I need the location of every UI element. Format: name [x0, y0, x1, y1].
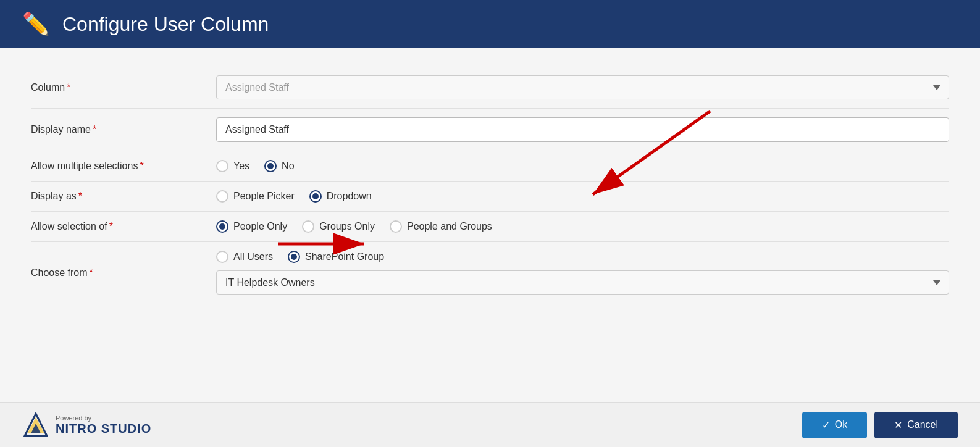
ok-label: Ok	[835, 419, 847, 430]
display-name-row: Display name*	[31, 109, 949, 151]
allow-selection-label: Allow selection of*	[31, 221, 204, 232]
choose-from-label: Choose from*	[31, 267, 204, 278]
column-select-wrapper: Assigned Staff	[216, 75, 949, 99]
nitro-logo: Powered by NITRO STUDIO	[22, 411, 151, 438]
choose-from-row: Choose from* All Users SharePoint Group …	[31, 242, 949, 303]
allow-selection-control: People Only Groups Only People and Group…	[216, 220, 949, 233]
required-star: *	[67, 82, 70, 93]
required-star-5: *	[109, 221, 113, 232]
display-as-dropdown[interactable]: Dropdown	[309, 190, 372, 203]
choose-from-select-wrapper: IT Helpdesk Owners	[216, 270, 949, 295]
choose-from-all-users[interactable]: All Users	[216, 251, 273, 263]
cancel-label: Cancel	[907, 419, 938, 430]
allow-multiple-label: Allow multiple selections*	[31, 161, 204, 172]
allow-multiple-yes[interactable]: Yes	[216, 160, 249, 172]
column-select[interactable]: Assigned Staff	[216, 75, 949, 99]
cancel-button[interactable]: ✕ Cancel	[874, 412, 958, 438]
display-as-people-picker[interactable]: People Picker	[216, 190, 295, 203]
groups-only-radio[interactable]	[302, 220, 314, 233]
brand-name: NITRO STUDIO	[56, 422, 151, 435]
display-as-label: Display as*	[31, 191, 204, 202]
ok-checkmark-icon: ✓	[822, 419, 830, 431]
choose-from-sharepoint-group[interactable]: SharePoint Group	[288, 251, 384, 263]
required-star-2: *	[93, 124, 96, 135]
column-row: Column* Assigned Staff	[31, 67, 949, 108]
column-label: Column*	[31, 82, 204, 93]
all-users-radio[interactable]	[216, 251, 228, 263]
dialog-header: ✏️ Configure User Column	[0, 0, 980, 48]
dropdown-radio[interactable]	[309, 190, 322, 203]
display-name-input[interactable]	[216, 117, 949, 142]
sharepoint-group-radio[interactable]	[288, 251, 300, 263]
allow-multiple-no[interactable]: No	[264, 160, 294, 172]
display-as-radio-group: People Picker Dropdown	[216, 190, 949, 203]
allow-multiple-control: Yes No	[216, 160, 949, 172]
allow-selection-radio-group: People Only Groups Only People and Group…	[216, 220, 949, 233]
display-name-control	[216, 117, 949, 142]
nitro-logo-text: Powered by NITRO STUDIO	[56, 414, 151, 435]
column-control: Assigned Staff	[216, 75, 949, 99]
selection-people-only[interactable]: People Only	[216, 220, 287, 233]
people-picker-radio[interactable]	[216, 190, 228, 203]
people-only-radio[interactable]	[216, 220, 228, 233]
selection-groups-only[interactable]: Groups Only	[302, 220, 375, 233]
choose-from-radio-group: All Users SharePoint Group	[216, 251, 949, 263]
display-as-row: Display as* People Picker Dropdown	[31, 182, 949, 211]
required-star-4: *	[78, 191, 82, 201]
allow-multiple-yes-radio[interactable]	[216, 160, 228, 172]
nitro-logo-icon	[22, 411, 49, 438]
dialog-title: Configure User Column	[62, 13, 269, 36]
dialog-footer: Powered by NITRO STUDIO ✓ Ok ✕ Cancel	[0, 402, 980, 447]
allow-multiple-no-radio[interactable]	[264, 160, 277, 172]
required-star-6: *	[90, 267, 93, 278]
choose-from-select[interactable]: IT Helpdesk Owners	[216, 270, 949, 295]
footer-buttons: ✓ Ok ✕ Cancel	[802, 412, 958, 438]
required-star-3: *	[140, 161, 143, 171]
display-name-label: Display name*	[31, 124, 204, 135]
edit-icon: ✏️	[22, 11, 50, 37]
allow-selection-row: Allow selection of* People Only Groups O…	[31, 212, 949, 241]
display-as-control: People Picker Dropdown	[216, 190, 949, 203]
choose-from-control: All Users SharePoint Group IT Helpdesk O…	[216, 251, 949, 295]
ok-button[interactable]: ✓ Ok	[802, 412, 867, 438]
selection-people-and-groups[interactable]: People and Groups	[390, 220, 492, 233]
allow-multiple-radio-group: Yes No	[216, 160, 949, 172]
form-body: Column* Assigned Staff Display name* All…	[0, 48, 980, 402]
allow-multiple-row: Allow multiple selections* Yes No	[31, 151, 949, 181]
people-and-groups-radio[interactable]	[390, 220, 402, 233]
cancel-x-icon: ✕	[894, 419, 902, 431]
powered-by-text: Powered by	[56, 414, 151, 422]
